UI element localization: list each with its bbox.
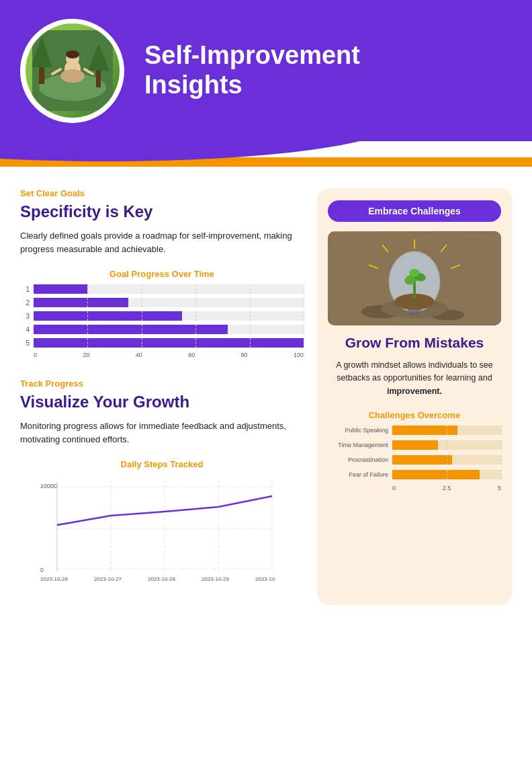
header: Self-Improvement Insights — [0, 0, 532, 141]
section-heading-goals: Specificity is Key — [20, 202, 304, 221]
main-content: Set Clear Goals Specificity is Key Clear… — [0, 148, 532, 625]
svg-point-39 — [409, 269, 420, 277]
header-title-block: Self-Improvement Insights — [144, 41, 360, 99]
challenges-chart-title: Challenges Overcome — [328, 410, 501, 420]
embrace-challenges-pill: Embrace Challenges — [328, 200, 501, 222]
bar-row-1: 1 — [20, 284, 304, 294]
svg-text:2023-10-28: 2023-10-28 — [148, 576, 175, 582]
daily-steps-chart: Daily Steps Tracked 10000 0 — [20, 459, 304, 585]
svg-text:2023-10-30: 2023-10-30 — [255, 576, 275, 582]
svg-text:2023-10-26: 2023-10-26 — [40, 576, 68, 582]
line-chart-svg: 10000 0 — [20, 475, 275, 582]
svg-text:2023-10-29: 2023-10-29 — [202, 576, 229, 582]
right-column: Embrace Challenges — [317, 188, 512, 605]
bar-fill-1 — [34, 284, 87, 294]
bar-row-5: 5 — [20, 338, 304, 348]
challenge-image — [328, 231, 501, 325]
grow-body: A growth mindset allows individuals to s… — [328, 359, 501, 398]
section-body-progress: Monitoring progress allows for immediate… — [20, 420, 304, 446]
section-track-progress: Track Progress Visualize Your Growth Mon… — [20, 378, 304, 585]
bar-fill-4 — [34, 325, 228, 334]
section-body-goals: Clearly defined goals provide a roadmap … — [20, 229, 304, 255]
svg-point-9 — [60, 69, 85, 83]
svg-text:2023-10-27: 2023-10-27 — [94, 576, 122, 582]
header-title: Self-Improvement Insights — [144, 41, 360, 99]
bar-fill-2 — [34, 298, 128, 307]
bar-fill-3 — [34, 311, 182, 321]
avatar — [20, 19, 124, 123]
left-column: Set Clear Goals Specificity is Key Clear… — [20, 188, 304, 605]
goal-progress-chart: Goal Progress Over Time 1 2 — [20, 269, 304, 358]
goal-chart-title: Goal Progress Over Time — [20, 269, 304, 279]
bar-row-3: 3 — [20, 311, 304, 321]
line-chart: 10000 0 — [20, 475, 304, 585]
section-heading-progress: Visualize Your Growth — [20, 393, 304, 411]
svg-text:0: 0 — [40, 567, 44, 573]
svg-text:10000: 10000 — [40, 483, 57, 489]
steps-chart-title: Daily Steps Tracked — [20, 459, 304, 469]
goal-bar-chart: 1 2 3 — [20, 284, 304, 358]
bar-fill-5 — [34, 338, 304, 348]
challenges-chart: Challenges Overcome Public Speaking Time… — [328, 410, 501, 491]
svg-point-8 — [66, 50, 79, 58]
grow-heading: Grow From Mistakes — [345, 335, 484, 351]
section-set-clear-goals: Set Clear Goals Specificity is Key Clear… — [20, 188, 304, 358]
goal-x-axis: 0 20 40 60 80 100 — [34, 352, 304, 358]
title-line1: Self-Improvement — [144, 41, 360, 69]
challenge-bar-time-management: Time Management — [328, 440, 501, 450]
challenges-x-axis: 0 2.5 5 — [392, 485, 501, 491]
svg-rect-34 — [409, 313, 420, 315]
bar-row-2: 2 — [20, 298, 304, 307]
challenge-bar-procrastination: Procrastination — [328, 455, 501, 465]
challenge-bar-fear-of-failure: Fear of Failure — [328, 470, 501, 479]
challenge-bar-public-speaking: Public Speaking — [328, 426, 501, 435]
title-line2: Insights — [144, 71, 242, 99]
section-tag-goals: Set Clear Goals — [20, 188, 304, 198]
bar-row-4: 4 — [20, 325, 304, 334]
section-tag-progress: Track Progress — [20, 378, 304, 389]
